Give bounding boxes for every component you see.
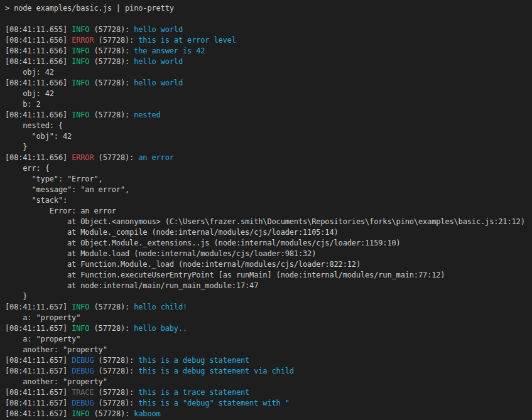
log-object-property: another: "property" xyxy=(5,345,107,354)
log-detail-line: a: "property" xyxy=(5,334,532,345)
log-line: [08:41:11.655] INFO (57728): hello world xyxy=(5,24,532,35)
log-line: [08:41:11.657] INFO (57728): hello baby.… xyxy=(5,323,532,334)
log-detail-line: at Object.<anonymous> (C:\Users\frazer.s… xyxy=(5,217,532,227)
log-line: [08:41:11.657] DEBUG (57728): this is a … xyxy=(5,355,532,366)
log-detail-line: a: "property" xyxy=(5,313,532,323)
log-message: hello child! xyxy=(134,303,187,311)
log-detail-line: at Function.executeUserEntryPoint [as ru… xyxy=(5,270,532,281)
terminal-output: > node examples/basic.js | pino-pretty[0… xyxy=(5,3,532,419)
log-object-property: another: "property" xyxy=(5,377,107,386)
log-pid: (57728): xyxy=(94,399,139,407)
log-pid: (57728): xyxy=(89,324,134,333)
log-line: [08:41:11.657] TRACE (57728): this is a … xyxy=(5,387,532,398)
log-detail-line: "obj": 42 xyxy=(5,131,532,142)
log-message: this is a debug statement xyxy=(138,356,249,365)
log-timestamp: [08:41:11.657] xyxy=(5,388,72,397)
log-timestamp: [08:41:11.656] xyxy=(5,57,72,66)
stack-trace-frame: at Module._compile (node:internal/module… xyxy=(5,228,339,237)
log-pid: (57728): xyxy=(89,110,134,119)
log-timestamp: [08:41:11.656] xyxy=(5,78,72,87)
log-message: hello baby.. xyxy=(134,324,187,333)
log-level-debug: DEBUG xyxy=(72,367,94,375)
log-pid: (57728): xyxy=(94,36,139,45)
log-message: kaboom xyxy=(134,409,160,418)
log-detail-line: "stack": xyxy=(5,195,532,206)
log-detail-line: nested: { xyxy=(5,121,532,131)
log-timestamp: [08:41:11.657] xyxy=(5,324,72,333)
log-error-message: "message": "an error", xyxy=(5,185,129,194)
log-detail-line: obj: 42 xyxy=(5,67,532,78)
log-level-info: INFO xyxy=(72,409,89,418)
log-error-object: err: { xyxy=(5,164,50,173)
log-message: this is at error level xyxy=(138,36,236,45)
log-timestamp: [08:41:11.655] xyxy=(5,25,72,34)
log-pid: (57728): xyxy=(89,78,134,87)
log-message: this is a debug statement via child xyxy=(138,367,294,375)
log-level-info: INFO xyxy=(72,25,89,34)
log-message: nested xyxy=(134,110,160,119)
log-level-trace: TRACE xyxy=(72,388,94,397)
log-object-property: a: "property" xyxy=(5,313,80,322)
log-error-stack-key: "stack": xyxy=(5,196,67,205)
log-line: [08:41:11.656] INFO (57728): hello world xyxy=(5,78,532,89)
log-level-info: INFO xyxy=(72,324,89,333)
log-detail-line: b: 2 xyxy=(5,99,532,110)
log-detail-line: at Module._compile (node:internal/module… xyxy=(5,227,532,238)
log-pid: (57728): xyxy=(94,367,139,375)
log-object-property: nested: { xyxy=(5,121,63,130)
stack-trace-header: Error: an error xyxy=(5,207,116,215)
log-level-info: INFO xyxy=(72,57,89,66)
log-object-property: a: "property" xyxy=(5,335,80,343)
log-detail-line: "type": "Error", xyxy=(5,174,532,185)
log-message: the answer is 42 xyxy=(134,46,205,55)
log-object-property: b: 2 xyxy=(5,100,41,109)
log-level-debug: DEBUG xyxy=(72,356,94,365)
log-pid: (57728): xyxy=(89,25,134,34)
log-message: this is a "debug" statement with " xyxy=(138,399,290,407)
log-line: [08:41:11.656] INFO (57728): hello world xyxy=(5,57,532,67)
log-detail-line: } xyxy=(5,291,532,302)
log-pid: (57728): xyxy=(94,388,139,397)
log-message: an error xyxy=(138,153,174,162)
log-level-info: INFO xyxy=(72,78,89,87)
log-message: this is a trace statement xyxy=(138,388,249,397)
log-detail-line: Error: an error xyxy=(5,206,532,217)
log-detail-line: another: "property" xyxy=(5,377,532,387)
log-line: [08:41:11.656] ERROR (57728): an error xyxy=(5,153,532,163)
log-detail-line: obj: 42 xyxy=(5,89,532,99)
log-pid: (57728): xyxy=(89,46,134,55)
prompt-line: > node examples/basic.js | pino-pretty xyxy=(5,3,532,14)
log-object-property: } xyxy=(5,143,27,151)
log-line: [08:41:11.657] INFO (57728): hello child… xyxy=(5,302,532,313)
log-message: hello world xyxy=(134,57,183,66)
log-detail-line: "message": "an error", xyxy=(5,185,532,195)
log-detail-line: another: "property" xyxy=(5,345,532,355)
log-pid: (57728): xyxy=(89,303,134,311)
log-timestamp: [08:41:11.657] xyxy=(5,399,72,407)
log-detail-line: err: { xyxy=(5,163,532,174)
stack-trace-frame: at Object.Module._extensions..js (node:i… xyxy=(5,239,401,247)
log-timestamp: [08:41:11.656] xyxy=(5,46,72,55)
log-level-info: INFO xyxy=(72,303,89,311)
log-pid: (57728): xyxy=(94,356,139,365)
log-level-info: INFO xyxy=(72,46,89,55)
log-line: [08:41:11.657] INFO (57728): kaboom xyxy=(5,409,532,419)
log-line: [08:41:11.656] INFO (57728): nested xyxy=(5,110,532,121)
terminal-window[interactable]: > node examples/basic.js | pino-pretty[0… xyxy=(0,0,532,420)
log-pid: (57728): xyxy=(89,57,134,66)
log-line: [08:41:11.656] INFO (57728): the answer … xyxy=(5,46,532,57)
log-timestamp: [08:41:11.657] xyxy=(5,356,72,365)
log-timestamp: [08:41:11.656] xyxy=(5,36,72,45)
log-timestamp: [08:41:11.657] xyxy=(5,303,72,311)
log-timestamp: [08:41:11.657] xyxy=(5,367,72,375)
log-detail-line: at Function.Module._load (node:internal/… xyxy=(5,259,532,270)
log-detail-line: at node:internal/main/run_main_module:17… xyxy=(5,281,532,291)
blank-line xyxy=(5,14,532,24)
log-pid: (57728): xyxy=(94,153,139,162)
log-message: hello world xyxy=(134,25,183,34)
stack-trace-frame: at Function.executeUserEntryPoint [as ru… xyxy=(5,271,445,279)
log-level-error: ERROR xyxy=(72,36,94,45)
stack-trace-frame: at Object.<anonymous> (C:\Users\frazer.s… xyxy=(5,217,525,226)
log-error-type: "type": "Error", xyxy=(5,175,103,183)
log-line: [08:41:11.657] DEBUG (57728): this is a … xyxy=(5,398,532,409)
